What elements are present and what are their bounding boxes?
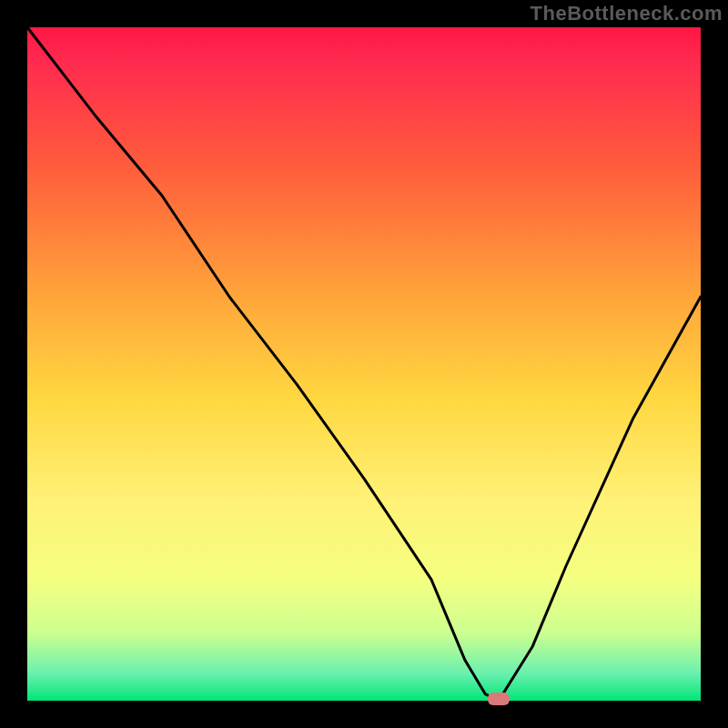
chart-frame: TheBottleneck.com: [0, 0, 728, 728]
gradient-background: [27, 27, 701, 701]
optimal-marker: [488, 693, 510, 705]
bottleneck-plot: [0, 0, 728, 728]
